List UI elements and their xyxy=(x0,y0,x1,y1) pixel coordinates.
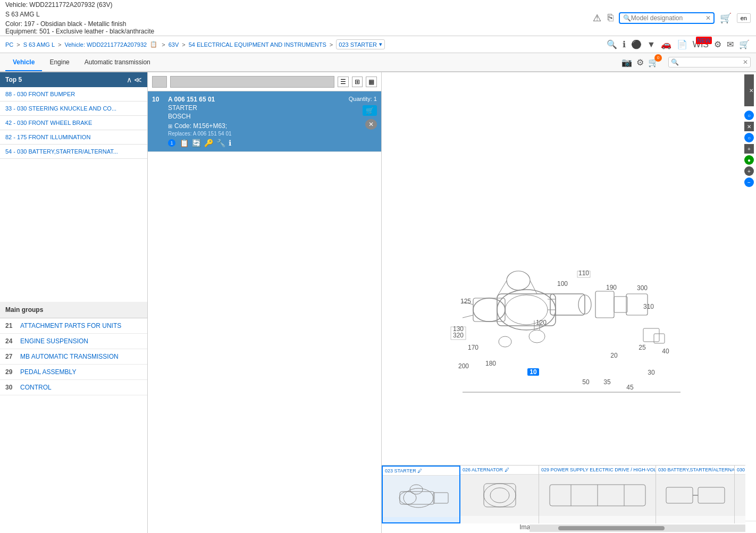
camera-icon-btn[interactable]: 📷 xyxy=(621,57,632,67)
tab-engine[interactable]: Engine xyxy=(42,54,77,71)
group-item-29[interactable]: 29 PEDAL ASSEMBLY xyxy=(0,365,147,380)
diagram-action-plus[interactable]: + xyxy=(744,144,754,154)
breadcrumb-63v[interactable]: 63V xyxy=(169,41,179,48)
copy-vin-icon[interactable]: 📋 xyxy=(150,41,157,48)
svg-text:170: 170 xyxy=(468,344,478,351)
tab-search-clear[interactable]: ✕ xyxy=(743,58,748,66)
thumb-029[interactable]: 029 POWER SUPPLY ELECTRIC DRIVE / HIGH-V… xyxy=(539,466,656,523)
detail-view-btn[interactable]: ▦ xyxy=(366,77,377,87)
diagram-blue-circle-2[interactable]: ○ xyxy=(744,133,754,142)
settings-icon-btn[interactable]: ⚙ xyxy=(713,38,723,50)
top5-item-1[interactable]: 33 - 030 STEERING KNUCKLE AND CO... xyxy=(0,101,147,116)
zoom-in-icon-btn[interactable]: 🔍 xyxy=(606,38,618,50)
breadcrumb-electrical[interactable]: 54 ELECTRICAL EQUIPMENT AND INSTRUMENTS xyxy=(189,41,326,48)
warning-icon-btn[interactable]: ⚠ xyxy=(592,11,602,25)
grid-view-btn[interactable]: ⊞ xyxy=(352,77,363,87)
thumb-030[interactable]: 030 BATTERY,STARTER/ALTERNATOR CABLE 🖊 xyxy=(656,466,735,523)
top5-item-4[interactable]: 54 - 030 BATTERY,STARTER/ALTERNAT... xyxy=(0,145,147,159)
car-icon-btn[interactable]: 🚗 xyxy=(660,38,673,50)
group-item-27[interactable]: 27 MB AUTOMATIC TRANSMISSION xyxy=(0,349,147,365)
tab-search-icon: 🔍 xyxy=(671,58,679,66)
search-clear-icon[interactable]: ✕ xyxy=(705,14,711,22)
breadcrumb-vehicle[interactable]: Vehicle: WDD2211772A207932 xyxy=(64,41,147,48)
top5-double-arrow-btn[interactable]: ≪ xyxy=(134,75,142,84)
top5-item-0[interactable]: 88 - 030 FRONT BUMPER xyxy=(0,87,147,101)
svg-text:300: 300 xyxy=(637,284,648,292)
color-swatch xyxy=(152,76,167,88)
model-search-input[interactable] xyxy=(631,14,705,22)
top5-item-2[interactable]: 42 - 030 FRONT WHEEL BRAKE xyxy=(0,116,147,130)
diagram-minus-circle[interactable]: − xyxy=(744,177,754,187)
filter-icon-btn[interactable]: ⚫ xyxy=(630,38,643,50)
part-action-tool-btn[interactable]: 🔧 xyxy=(216,139,225,147)
thumb-030b-label: 030 BATTERY,STARTER/ALTERNATOR CABLE xyxy=(735,466,745,475)
top5-list: 88 - 030 FRONT BUMPER 33 - 030 STEERING … xyxy=(0,87,147,302)
cart2-icon-btn[interactable]: 🛒 xyxy=(738,38,751,50)
thumb-030b-image xyxy=(735,475,745,516)
collapse-right-btn[interactable]: ✕ xyxy=(744,74,754,106)
svg-text:190: 190 xyxy=(606,284,617,291)
group-label-29: PEDAL ASSEMBLY xyxy=(20,368,76,376)
add-to-cart-btn[interactable]: 🛒 xyxy=(363,105,377,116)
starter-dropdown[interactable]: 023 STARTER ▾ xyxy=(336,39,385,49)
copy-icon-btn[interactable]: ⎘ xyxy=(607,11,615,24)
thumb-029-image xyxy=(539,475,656,516)
tab-search-area: 🔍 ✕ xyxy=(668,57,751,67)
tab-automatic-transmission[interactable]: Automatic transmission xyxy=(77,54,158,71)
cart-area: 🛒 xyxy=(719,11,733,25)
breadcrumb-right-toolbar: 🔍 ℹ ⚫ ▼ 🚗 📄 WIS NEW ⚙ ✉ 🛒 xyxy=(606,38,751,50)
parts-title-bar xyxy=(170,76,334,88)
thumb-023[interactable]: 023 STARTER 🖊 xyxy=(382,466,460,523)
diagram-gray-circle[interactable]: + xyxy=(744,166,754,176)
settings2-icon-btn[interactable]: ⚙ xyxy=(636,57,644,67)
tab-right-icons: 📷 ⚙ 🛒 0 🔍 ✕ xyxy=(621,57,751,67)
thumb-026[interactable]: 026 ALTERNATOR 🖊 xyxy=(460,466,539,523)
part-action-doc-btn[interactable]: 📋 xyxy=(180,139,189,147)
thumb-030b[interactable]: 030 BATTERY,STARTER/ALTERNATOR CABLE xyxy=(735,466,745,523)
svg-text:30: 30 xyxy=(648,369,655,376)
color-line: Color: 197 - Obsidian black - Metallic f… xyxy=(5,20,592,28)
code-ref-text: Code: M156+M63; xyxy=(174,122,227,130)
part-action-ref-btn[interactable]: 🔄 xyxy=(192,139,201,147)
part-action-info-btn[interactable]: ℹ xyxy=(229,139,231,147)
sep4: > xyxy=(182,41,185,48)
group-item-30[interactable]: 30 CONTROL xyxy=(0,380,147,395)
top5-collapse-btn[interactable]: ∧ xyxy=(127,75,132,84)
diagram-green-circle[interactable]: ● xyxy=(744,155,754,165)
part-details: A 006 151 65 01 STARTER BOSCH ⊞ Code: M1… xyxy=(168,96,349,147)
info-icon-btn[interactable]: ℹ xyxy=(621,38,627,50)
top5-title: Top 5 xyxy=(5,76,22,83)
mail-icon-btn[interactable]: ✉ xyxy=(726,38,735,50)
breadcrumb-model[interactable]: S 63 AMG L xyxy=(23,41,55,48)
diagram-action-x[interactable]: ✕ xyxy=(744,122,754,131)
list-view-btn[interactable]: ☰ xyxy=(338,77,349,87)
doc-icon-btn[interactable]: 📄 xyxy=(676,38,688,50)
tab-vehicle[interactable]: Vehicle xyxy=(5,54,42,71)
svg-text:10: 10 xyxy=(530,368,537,376)
bottom-scrollbar[interactable] xyxy=(530,524,745,532)
cart-button[interactable]: 🛒 xyxy=(719,11,733,25)
svg-text:120: 120 xyxy=(536,319,547,326)
part-action-key-btn[interactable]: 🔑 xyxy=(204,139,213,147)
group-item-21[interactable]: 21 ATTACHMENT PARTS FOR UNITS xyxy=(0,318,147,334)
breadcrumb-pc[interactable]: PC xyxy=(5,41,13,48)
funnel-icon-btn[interactable]: ▼ xyxy=(646,39,657,50)
thumb-026-svg xyxy=(465,477,534,514)
diagram-blue-circle-1[interactable]: ○ xyxy=(744,111,754,120)
diagram-panel: ✕ ○ ✕ ○ + ● + − xyxy=(382,72,756,533)
top5-item-3[interactable]: 82 - 175 FRONT ILLUMINATION xyxy=(0,130,147,145)
language-selector[interactable]: en xyxy=(737,13,751,23)
group-item-24[interactable]: 24 ENGINE SUSPENSION xyxy=(0,334,147,349)
top5-header: Top 5 ∧ ≪ xyxy=(0,72,147,87)
remove-qty-btn[interactable]: ✕ xyxy=(365,119,377,130)
sep2: > xyxy=(58,41,61,48)
thumb-030b-svg xyxy=(740,477,746,514)
wis-icon-btn[interactable]: WIS NEW xyxy=(692,39,710,50)
diagram-image-area: 130 320 110 125 190 120 100 300 310 xyxy=(382,72,756,521)
scrollbar-thumb[interactable] xyxy=(558,526,665,530)
search-icon: 🔍 xyxy=(623,14,631,22)
svg-point-49 xyxy=(399,492,416,504)
part-row-10[interactable]: 10 A 006 151 65 01 STARTER BOSCH ⊞ Code:… xyxy=(148,91,381,152)
tab-search-input[interactable] xyxy=(679,58,743,66)
svg-text:310: 310 xyxy=(643,303,654,310)
